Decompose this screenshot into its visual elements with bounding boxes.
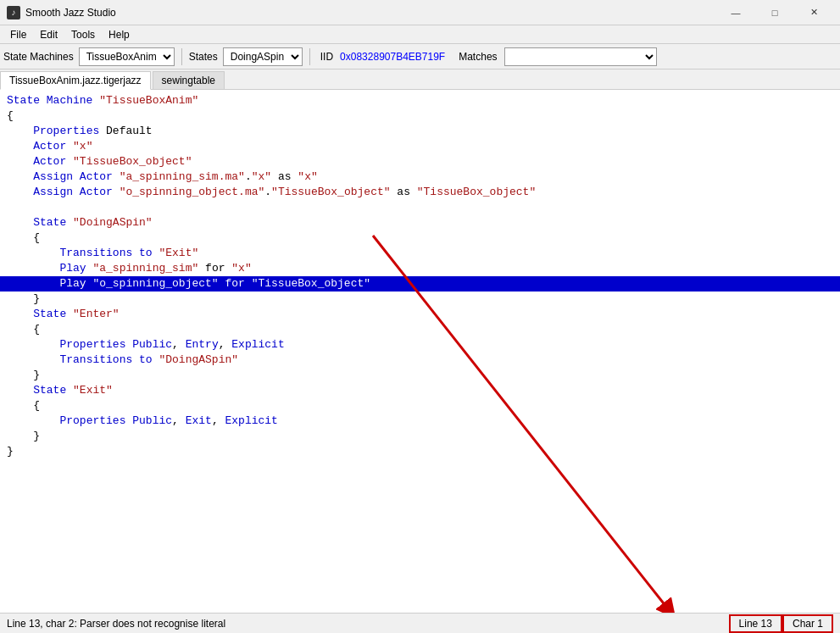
- code-line: Play "a_spinning_sim" for "x": [0, 261, 840, 276]
- code-editor[interactable]: State Machine "TissueBoxAnim"{ Propertie…: [0, 90, 840, 613]
- code-line: Actor "x": [0, 139, 840, 154]
- window-controls: — □ ✕: [716, 0, 833, 25]
- code-line: State "DoingASpin": [0, 215, 840, 230]
- code-line: }: [0, 368, 840, 383]
- menu-edit[interactable]: Edit: [33, 27, 64, 42]
- tabs: TissueBoxAnim.jazz.tigerjazz sewingtable: [0, 69, 840, 90]
- app-icon: ♪: [7, 6, 20, 19]
- code-line: {: [0, 398, 840, 414]
- code-line: {: [0, 108, 840, 124]
- code-line: Assign Actor "a_spinning_sim.ma"."x" as …: [0, 169, 840, 185]
- menubar: File Edit Tools Help: [0, 25, 840, 44]
- matches-select[interactable]: [504, 47, 657, 66]
- toolbar-separator-2: [309, 48, 310, 65]
- tab-tissuebox[interactable]: TissueBoxAnim.jazz.tigerjazz: [0, 71, 151, 90]
- tab-sewingtable[interactable]: sewingtable: [153, 71, 225, 89]
- app-title: Smooth Jazz Studio: [25, 7, 716, 19]
- menu-tools[interactable]: Tools: [64, 27, 102, 42]
- status-position: Line 13 Char 1: [729, 614, 833, 633]
- minimize-button[interactable]: —: [716, 0, 755, 25]
- code-line: [0, 200, 840, 215]
- code-line: Transitions to "DoingASpin": [0, 353, 840, 368]
- editor-container: State Machine "TissueBoxAnim"{ Propertie…: [0, 90, 840, 613]
- iid-value: 0x08328907B4EB719F: [340, 51, 445, 63]
- state-machines-select[interactable]: TissueBoxAnim: [79, 47, 175, 66]
- menu-file[interactable]: File: [3, 27, 33, 42]
- code-line: }: [0, 292, 840, 307]
- states-select[interactable]: DoingASpin: [223, 47, 303, 66]
- code-line: Properties Public, Exit, Explicit: [0, 414, 840, 429]
- code-line: }: [0, 444, 840, 459]
- code-line: State "Exit": [0, 383, 840, 398]
- menu-help[interactable]: Help: [102, 27, 136, 42]
- code-line: Properties Public, Entry, Explicit: [0, 337, 840, 353]
- toolbar-separator-1: [181, 48, 182, 65]
- code-line: Actor "TissueBox_object": [0, 154, 840, 169]
- state-machines-label: State Machines: [3, 51, 74, 63]
- iid-label: IID: [320, 51, 333, 63]
- states-label: States: [189, 51, 218, 63]
- code-line: State Machine "TissueBoxAnim": [0, 93, 840, 108]
- code-line: }: [0, 429, 840, 444]
- code-line: {: [0, 230, 840, 246]
- code-line: Assign Actor "o_spinning_object.ma"."Tis…: [0, 185, 840, 200]
- matches-label: Matches: [459, 51, 497, 63]
- code-line: State "Enter": [0, 307, 840, 322]
- code-line: Properties Default: [0, 124, 840, 139]
- code-line: Transitions to "Exit": [0, 246, 840, 261]
- titlebar: ♪ Smooth Jazz Studio — □ ✕: [0, 0, 840, 25]
- line-indicator: Line 13: [729, 614, 782, 633]
- char-indicator: Char 1: [782, 614, 833, 633]
- close-button[interactable]: ✕: [794, 0, 833, 25]
- status-message: Line 13, char 2: Parser does not recogni…: [7, 618, 225, 630]
- toolbar: State Machines TissueBoxAnim States Doin…: [0, 44, 840, 69]
- code-line: Play "o_spinning_object" for "TissueBox_…: [0, 276, 840, 292]
- maximize-button[interactable]: □: [755, 0, 794, 25]
- code-line: {: [0, 322, 840, 337]
- statusbar: Line 13, char 2: Parser does not recogni…: [0, 613, 840, 633]
